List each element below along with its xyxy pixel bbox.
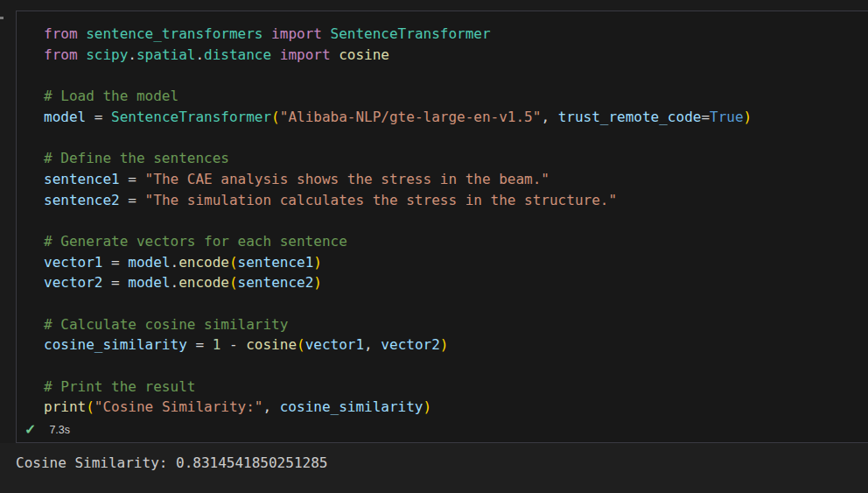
code-token: ,	[262, 398, 279, 415]
code-token: import	[280, 46, 331, 63]
code-token: ,	[364, 336, 381, 353]
code-token: model	[44, 109, 86, 125]
code-token: cosine	[339, 46, 389, 63]
code-token: =	[120, 171, 145, 187]
code-token: .	[171, 254, 179, 271]
code-token: from	[44, 46, 78, 63]
code-line	[44, 210, 868, 231]
code-token: vector1	[305, 336, 364, 353]
code-token	[78, 46, 87, 63]
code-token: print	[44, 398, 86, 415]
code-token: (	[86, 398, 94, 415]
code-token: # Define the sentences	[44, 150, 229, 166]
code-token: (	[297, 336, 305, 353]
code-line: vector1 = model.encode(sentence1)	[44, 252, 868, 273]
code-line	[44, 127, 868, 148]
code-token: # Load the model	[44, 88, 178, 104]
code-line: sentence1 = "The CAE analysis shows the …	[44, 169, 868, 190]
code-token: )	[440, 336, 449, 353]
code-token: model	[128, 254, 170, 271]
code-token: SentenceTransformer	[111, 109, 271, 125]
code-token: )	[313, 254, 322, 271]
code-token: 1	[213, 336, 221, 353]
code-token: sentence1	[44, 171, 120, 187]
code-token: encode	[178, 254, 229, 271]
code-line: from scipy.spatial.distance import cosin…	[44, 45, 868, 66]
code-token	[262, 25, 271, 42]
execution-status: ✓ 7.3s	[24, 420, 70, 440]
code-token: cosine_similarity	[44, 336, 187, 353]
code-token: )	[313, 274, 322, 291]
cell-focus-tick	[0, 17, 4, 19]
success-check-icon: ✓	[24, 420, 36, 440]
code-line: # Generate vectors for each sentence	[44, 231, 868, 252]
code-token: sentence2	[44, 192, 120, 208]
code-token: vector1	[44, 254, 102, 271]
code-line	[44, 356, 868, 377]
code-token: encode	[178, 274, 229, 291]
code-token: )	[744, 109, 752, 125]
code-line	[44, 65, 868, 86]
code-token: )	[424, 398, 432, 415]
code-token: cosine	[246, 336, 297, 353]
code-line: vector2 = model.encode(sentence2)	[44, 272, 868, 293]
code-token: =	[120, 192, 145, 208]
code-token: =	[102, 254, 128, 271]
code-token: # Generate vectors for each sentence	[44, 233, 347, 250]
code-token: import	[271, 25, 322, 42]
code-token: "The CAE analysis shows the stress in th…	[145, 171, 550, 187]
code-token: True	[710, 109, 744, 125]
code-token: "The simulation calculates the stress in…	[145, 192, 617, 208]
code-token: "Cosine Similarity:"	[94, 398, 263, 415]
code-token	[271, 46, 280, 63]
code-token	[78, 25, 87, 42]
code-token: spatial	[136, 46, 195, 63]
code-line: model = SentenceTransformer("Alibaba-NLP…	[44, 107, 868, 128]
code-token: vector2	[381, 336, 439, 353]
code-token: =	[187, 336, 213, 353]
code-line: from sentence_transformers import Senten…	[44, 24, 868, 45]
code-editor[interactable]: from sentence_transformers import Senten…	[17, 11, 868, 418]
code-token: model	[128, 274, 170, 291]
code-line: cosine_similarity = 1 - cosine(vector1, …	[44, 335, 868, 356]
code-token: sentence2	[238, 274, 314, 291]
code-token: (	[229, 254, 238, 271]
code-line: # Calculate cosine similarity	[44, 314, 868, 335]
code-token: sentence_transformers	[86, 25, 262, 42]
output-text: Cosine Similarity: 0.8314541850251285	[0, 443, 868, 472]
code-token: SentenceTransformer	[331, 25, 491, 42]
code-line: sentence2 = "The simulation calculates t…	[44, 190, 868, 211]
code-token: =	[86, 109, 111, 125]
code-token: .	[195, 46, 204, 63]
code-token: cosine_similarity	[280, 398, 424, 415]
code-token: ,	[541, 109, 557, 125]
code-line	[44, 293, 868, 314]
code-token: distance	[204, 46, 271, 63]
code-line: # Load the model	[44, 86, 868, 107]
code-token: .	[171, 274, 179, 291]
code-token: "Alibaba-NLP/gte-large-en-v1.5"	[280, 109, 542, 125]
code-token: -	[220, 336, 246, 353]
code-token: =	[701, 109, 710, 125]
notebook-code-cell: from sentence_transformers import Senten…	[16, 11, 868, 443]
code-token: from	[44, 25, 78, 42]
code-line: # Print the result	[44, 377, 868, 398]
code-token: # Calculate cosine similarity	[44, 316, 288, 333]
code-token: =	[102, 274, 128, 291]
code-token: # Print the result	[44, 378, 195, 395]
code-token: (	[271, 109, 280, 125]
code-token: .	[128, 46, 136, 63]
code-line: # Define the sentences	[44, 148, 868, 169]
code-token: trust_remote_code	[558, 109, 702, 125]
code-token	[331, 46, 340, 63]
execution-duration: 7.3s	[49, 420, 70, 440]
code-token: (	[229, 274, 238, 291]
cell-output: Cosine Similarity: 0.8314541850251285	[0, 443, 868, 493]
code-token: scipy	[86, 46, 128, 63]
code-token: sentence1	[238, 254, 314, 271]
code-line: print("Cosine Similarity:", cosine_simil…	[44, 397, 868, 418]
code-token	[322, 25, 331, 42]
code-token: vector2	[44, 274, 102, 291]
